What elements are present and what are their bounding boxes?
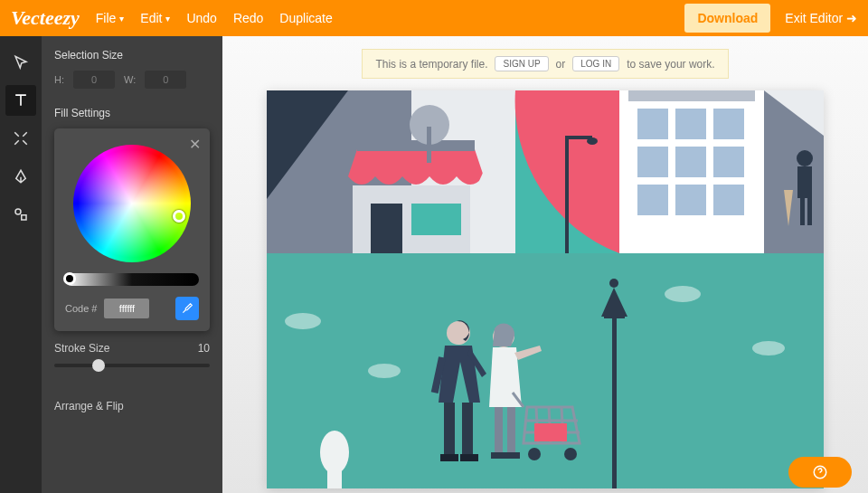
brightness-slider[interactable]	[65, 273, 199, 286]
svg-rect-9	[427, 127, 431, 163]
shapes-tool[interactable]	[5, 199, 36, 230]
svg-rect-41	[327, 469, 342, 488]
svg-point-16	[587, 137, 598, 145]
scale-tool[interactable]	[5, 123, 36, 154]
artwork	[267, 90, 824, 488]
svg-rect-21	[713, 109, 744, 139]
stroke-slider-handle[interactable]	[92, 359, 105, 372]
svg-rect-35	[267, 253, 824, 488]
svg-rect-20	[675, 109, 706, 139]
svg-rect-23	[675, 147, 706, 177]
download-button[interactable]: Download	[684, 4, 770, 33]
svg-rect-50	[460, 454, 478, 461]
svg-point-64	[564, 448, 577, 460]
pen-tool[interactable]	[5, 161, 36, 192]
stroke-size-value: 10	[198, 342, 210, 355]
cursor-tool[interactable]	[5, 47, 36, 78]
svg-rect-18	[628, 90, 755, 101]
svg-point-37	[368, 364, 401, 378]
svg-rect-55	[491, 452, 505, 459]
svg-rect-7	[357, 140, 475, 151]
stroke-size-label: Stroke Size	[54, 342, 109, 355]
help-button[interactable]	[788, 457, 852, 488]
login-button[interactable]: LOG IN	[572, 56, 619, 71]
svg-rect-27	[713, 185, 744, 215]
color-code-label: Code #	[65, 303, 97, 314]
svg-rect-54	[507, 407, 515, 454]
svg-rect-25	[637, 185, 668, 215]
svg-rect-5	[371, 204, 402, 253]
height-value[interactable]: 0	[73, 71, 115, 89]
svg-point-40	[320, 431, 349, 474]
svg-rect-24	[713, 147, 744, 177]
fill-settings-panel: ✕ Code #	[54, 128, 210, 331]
canvas[interactable]	[267, 90, 824, 488]
svg-rect-22	[637, 147, 668, 177]
temp-text-2: to save your work.	[627, 58, 714, 71]
svg-rect-62	[534, 423, 567, 441]
canvas-area: This is a temporary file. SIGN UP or LOG…	[222, 36, 868, 493]
color-wheel-cursor[interactable]	[173, 210, 185, 223]
properties-panel: Selection Size H: 0 W: 0 Fill Settings ✕…	[42, 36, 222, 493]
svg-rect-53	[495, 407, 503, 454]
menu-file[interactable]: File▾	[96, 11, 125, 25]
svg-point-38	[665, 286, 701, 302]
height-label: H:	[54, 74, 64, 85]
width-label: W:	[124, 74, 136, 85]
svg-rect-26	[675, 185, 706, 215]
svg-point-0	[15, 209, 21, 214]
close-icon[interactable]: ✕	[189, 136, 201, 153]
top-toolbar: Vecteezy File▾ Edit▾ Undo Redo Duplicate…	[0, 0, 868, 36]
eyedropper-button[interactable]	[175, 297, 199, 320]
help-icon	[812, 464, 828, 480]
svg-rect-6	[411, 204, 461, 235]
stroke-slider[interactable]	[54, 364, 210, 367]
svg-rect-48	[462, 403, 473, 457]
svg-point-36	[285, 313, 321, 329]
menu-duplicate[interactable]: Duplicate	[279, 11, 332, 25]
svg-rect-32	[800, 198, 805, 225]
svg-rect-44	[604, 313, 625, 318]
selection-size-label: Selection Size	[54, 49, 210, 62]
tool-column	[0, 36, 42, 493]
chevron-down-icon: ▾	[119, 14, 124, 24]
svg-point-45	[609, 279, 618, 288]
svg-rect-42	[612, 317, 617, 488]
temp-file-banner: This is a temporary file. SIGN UP or LOG…	[362, 49, 728, 79]
svg-point-39	[752, 341, 785, 356]
main-menu: File▾ Edit▾ Undo Redo Duplicate	[96, 11, 333, 25]
menu-redo[interactable]: Redo	[233, 11, 263, 25]
text-tool[interactable]	[5, 85, 36, 116]
brightness-handle[interactable]	[63, 272, 76, 285]
svg-point-30	[797, 150, 813, 166]
color-wheel[interactable]	[73, 145, 191, 262]
or-text: or	[556, 58, 566, 71]
temp-text-1: This is a temporary file.	[375, 58, 487, 71]
svg-rect-19	[637, 109, 668, 139]
svg-rect-33	[807, 198, 812, 225]
menu-edit[interactable]: Edit▾	[140, 11, 170, 25]
exit-editor-button[interactable]: Exit Editor ➜	[785, 11, 857, 25]
fill-settings-label: Fill Settings	[54, 107, 210, 119]
svg-rect-14	[565, 136, 569, 253]
chevron-down-icon: ▾	[165, 14, 170, 24]
logo: Vecteezy	[11, 6, 80, 30]
svg-rect-49	[440, 454, 458, 461]
svg-rect-47	[444, 403, 455, 457]
width-value[interactable]: 0	[145, 71, 186, 89]
svg-rect-31	[797, 166, 812, 198]
signup-button[interactable]: SIGN UP	[495, 56, 548, 71]
color-code-input[interactable]	[104, 299, 149, 318]
svg-rect-56	[505, 452, 520, 459]
svg-point-63	[528, 448, 541, 460]
menu-undo[interactable]: Undo	[186, 11, 216, 25]
arrange-flip-label: Arrange & Flip	[54, 400, 210, 412]
